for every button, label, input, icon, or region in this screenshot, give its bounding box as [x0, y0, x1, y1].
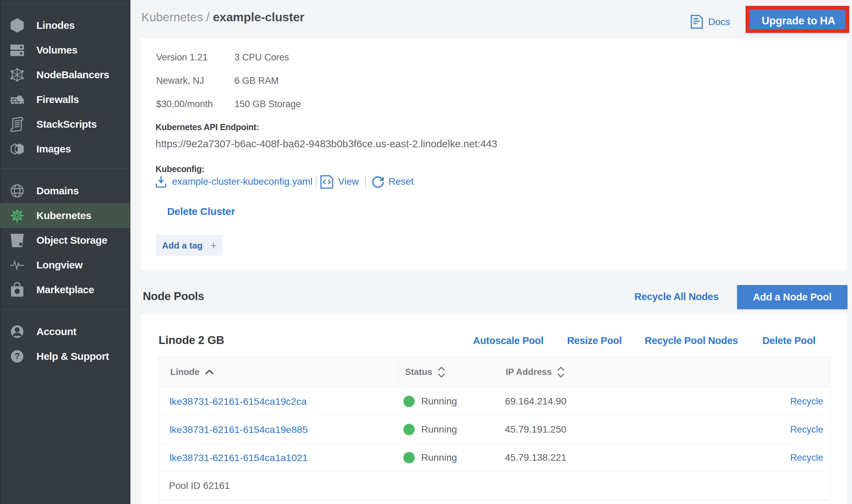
svg-text:?: ?	[14, 351, 20, 361]
